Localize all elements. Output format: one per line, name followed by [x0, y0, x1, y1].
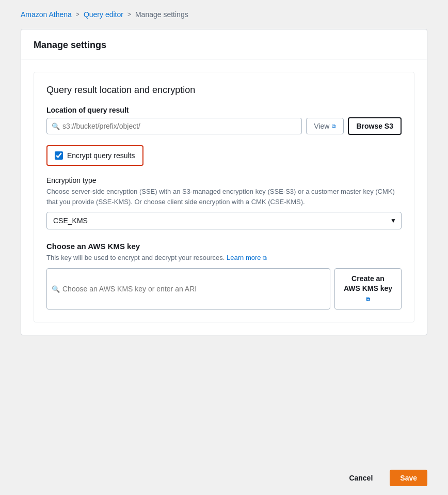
create-kms-external-icon: ⧉ [366, 296, 370, 303]
location-input[interactable] [46, 118, 302, 134]
settings-section: Query result location and encryption Loc… [34, 72, 414, 322]
card-header: Manage settings [21, 29, 427, 59]
view-external-icon: ⧉ [332, 123, 336, 130]
breadcrumb-separator-2: > [127, 11, 131, 18]
view-button[interactable]: View ⧉ [306, 118, 344, 134]
save-button[interactable]: Save [390, 470, 427, 486]
encryption-description: Choose server-side encryption (SSE) with… [46, 187, 402, 207]
location-label: Location of query result [46, 106, 402, 114]
page-title: Manage settings [34, 40, 414, 51]
kms-description: This key will be used to encrypt and dec… [46, 253, 402, 263]
footer: Cancel Save [0, 461, 448, 495]
section-title: Query result location and encryption [46, 85, 402, 96]
kms-section: Choose an AWS KMS key This key will be u… [46, 242, 402, 310]
breadcrumb-query-editor[interactable]: Query editor [84, 10, 123, 19]
encryption-type-label: Encryption type [46, 176, 402, 184]
browse-s3-button[interactable]: Browse S3 [348, 117, 402, 135]
encrypt-checkbox-label[interactable]: Encrypt query results [67, 151, 135, 160]
encryption-type-group: Encryption type Choose server-side encry… [46, 176, 402, 229]
encryption-select-wrapper: SSE_S3 SSE_KMS CSE_KMS ▼ [46, 212, 402, 229]
kms-title: Choose an AWS KMS key [46, 242, 402, 251]
encrypt-checkbox[interactable] [55, 151, 63, 160]
cancel-button[interactable]: Cancel [338, 469, 383, 487]
encryption-type-select[interactable]: SSE_S3 SSE_KMS CSE_KMS [46, 212, 402, 229]
breadcrumb-separator-1: > [76, 11, 79, 18]
main-card: Manage settings Query result location an… [21, 29, 427, 335]
kms-input-row: 🔍 Create an AWS KMS key ⧉ [46, 268, 402, 310]
kms-input-wrapper: 🔍 [46, 268, 330, 310]
encrypt-checkbox-area[interactable]: Encrypt query results [46, 145, 143, 166]
breadcrumb-amazon-athena[interactable]: Amazon Athena [21, 10, 72, 19]
location-input-wrapper: 🔍 [46, 118, 302, 134]
location-input-row: 🔍 View ⧉ Browse S3 [46, 117, 402, 135]
create-kms-button[interactable]: Create an AWS KMS key ⧉ [334, 268, 402, 310]
learn-more-external-icon: ⧉ [263, 254, 267, 262]
breadcrumb-manage-settings: Manage settings [135, 10, 188, 19]
card-body: Query result location and encryption Loc… [21, 59, 427, 335]
kms-input[interactable] [46, 268, 330, 310]
kms-learn-more-link[interactable]: Learn more [227, 254, 261, 261]
breadcrumb: Amazon Athena > Query editor > Manage se… [21, 10, 427, 19]
location-search-icon: 🔍 [52, 122, 60, 130]
kms-search-icon: 🔍 [52, 285, 60, 292]
